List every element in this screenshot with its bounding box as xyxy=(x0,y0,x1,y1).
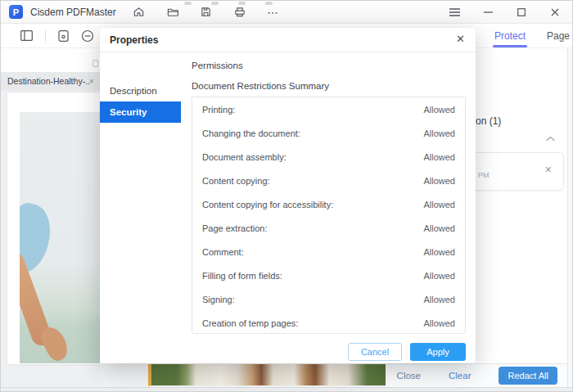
open-folder-icon[interactable] xyxy=(166,6,179,19)
restriction-row: Comment: Allowed xyxy=(192,240,465,264)
titlebar-actions: ⋯ xyxy=(133,6,280,19)
redaction-action-bar: Close Clear Redact All xyxy=(386,363,567,387)
toolbar-peek-icon xyxy=(265,2,273,5)
window-controls xyxy=(449,7,573,18)
dialog-tab-security[interactable]: Security xyxy=(100,101,181,123)
pdf-photo-bottom-sliver xyxy=(148,364,386,386)
document-tab[interactable]: Destination-Healthy-... × xyxy=(1,72,100,90)
toolbar-left-group xyxy=(20,29,94,43)
tab-protect[interactable]: Protect xyxy=(494,30,526,42)
restriction-row: Printing: Allowed xyxy=(192,97,465,121)
restriction-row: Signing: Allowed xyxy=(192,287,465,311)
more-icon[interactable]: ⋯ xyxy=(267,6,280,19)
toolbar-peek-icon xyxy=(211,2,219,5)
minimize-icon[interactable] xyxy=(482,7,494,18)
toolbar-peek-icon xyxy=(184,2,192,5)
redaction-timestamp: PM xyxy=(478,171,490,179)
dialog-tab-description[interactable]: Description xyxy=(100,80,181,101)
dialog-footer: Cancel Apply xyxy=(192,343,466,361)
status-strip xyxy=(1,387,573,392)
restriction-row: Content copying for accessibility: Allow… xyxy=(192,192,465,216)
restrictions-summary-heading: Document Restrictions Summary xyxy=(192,81,466,91)
panel-right-margin xyxy=(568,48,573,387)
dialog-tab-list: Description Security xyxy=(100,80,181,123)
close-button[interactable]: Close xyxy=(397,371,421,381)
restriction-row: Changing the document: Allowed xyxy=(192,121,465,145)
toolbar-right-tabs: Protect Page xyxy=(494,30,573,42)
apply-button[interactable]: Apply xyxy=(410,343,466,361)
restrictions-table: Printing: Allowed Changing the document:… xyxy=(192,97,466,334)
pdf-page xyxy=(7,92,100,364)
remove-redaction-icon[interactable]: × xyxy=(545,164,552,175)
cancel-button[interactable]: Cancel xyxy=(348,343,402,361)
zoom-out-icon[interactable] xyxy=(81,29,94,43)
dialog-header: Properties ✕ xyxy=(100,28,476,52)
titlebar: P Cisdem PDFMaster ⋯ xyxy=(1,1,573,24)
app-window: P Cisdem PDFMaster ⋯ xyxy=(0,0,573,392)
document-tab-label: Destination-Healthy-... xyxy=(7,76,89,86)
restriction-row: Creation of temp pages: Allowed xyxy=(192,311,465,335)
dialog-close-icon[interactable]: ✕ xyxy=(456,34,465,44)
redact-all-button[interactable]: Redact All xyxy=(499,367,557,385)
permissions-heading: Permissions xyxy=(192,61,466,70)
restriction-row: Document assembly: Allowed xyxy=(192,145,465,169)
document-tab-close-icon[interactable]: × xyxy=(89,77,94,86)
maximize-icon[interactable] xyxy=(516,7,527,18)
pdf-page-photo xyxy=(20,112,100,363)
sidebar-panel-icon[interactable] xyxy=(20,30,33,41)
toolbar-peek-icon xyxy=(238,2,246,5)
page-thumbnail-icon[interactable] xyxy=(58,30,69,42)
redaction-item-card[interactable]: PM × xyxy=(467,152,564,191)
restriction-row: Content copying: Allowed xyxy=(192,169,465,192)
clear-button[interactable]: Clear xyxy=(449,371,471,381)
app-logo: P xyxy=(9,5,23,19)
close-window-icon[interactable] xyxy=(549,7,561,18)
restriction-row: Page extraction: Allowed xyxy=(192,216,465,240)
tab-page[interactable]: Page xyxy=(547,30,570,42)
redaction-count-text: on (1) xyxy=(476,115,501,127)
save-icon[interactable] xyxy=(200,6,213,19)
dialog-title: Properties xyxy=(110,34,158,46)
toolbar-divider xyxy=(45,30,46,42)
app-title: Cisdem PDFMaster xyxy=(30,7,116,18)
home-icon[interactable] xyxy=(133,6,146,19)
dialog-content: Permissions Document Restrictions Summar… xyxy=(192,52,466,361)
print-icon[interactable] xyxy=(233,6,246,19)
collapse-caret-icon[interactable] xyxy=(546,136,555,142)
properties-dialog: Properties ✕ Description Security Permis… xyxy=(100,28,476,363)
restriction-row: Filling of form fields: Allowed xyxy=(192,264,465,287)
menu-icon[interactable] xyxy=(449,7,460,18)
partial-icon xyxy=(92,60,98,67)
